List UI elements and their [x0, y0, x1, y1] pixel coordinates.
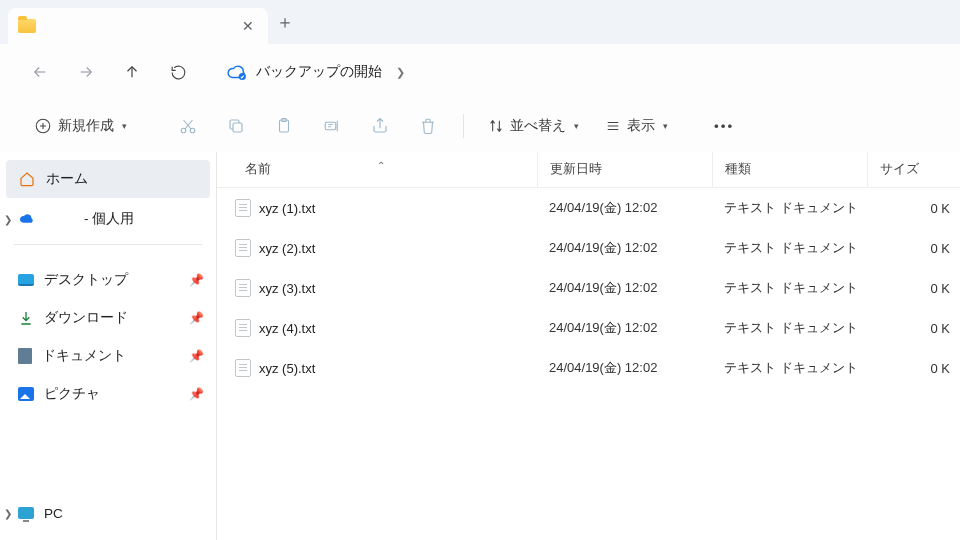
address-bar[interactable]: バックアップの開始 ❯ [216, 54, 952, 90]
col-size[interactable]: サイズ [867, 152, 960, 187]
table-row[interactable]: xyz (3).txt24/04/19(金) 12:02テキスト ドキュメント0… [217, 268, 960, 308]
file-name: xyz (4).txt [259, 321, 315, 336]
onedrive-name [46, 210, 74, 228]
delete-button[interactable] [407, 108, 449, 144]
forward-button[interactable] [72, 58, 100, 86]
table-row[interactable]: xyz (2).txt24/04/19(金) 12:02テキスト ドキュメント0… [217, 228, 960, 268]
divider [14, 244, 202, 245]
file-list-pane: 名前 ⌃ 更新日時 種類 サイズ xyz (1).txt24/04/19(金) … [217, 152, 960, 540]
chevron-down-icon: ▾ [574, 121, 579, 131]
close-icon[interactable]: ✕ [242, 18, 254, 34]
chevron-down-icon: ▾ [122, 121, 127, 131]
file-name: xyz (3).txt [259, 281, 315, 296]
table-row[interactable]: xyz (5).txt24/04/19(金) 12:02テキスト ドキュメント0… [217, 348, 960, 388]
cut-button[interactable] [167, 108, 209, 144]
back-button[interactable] [26, 58, 54, 86]
pin-icon[interactable]: 📌 [189, 349, 204, 363]
file-date: 24/04/19(金) 12:02 [537, 199, 712, 217]
sidebar-item-onedrive[interactable]: ❯ - 個人用 [0, 200, 216, 238]
text-file-icon [235, 279, 251, 297]
table-row[interactable]: xyz (1).txt24/04/19(金) 12:02テキスト ドキュメント0… [217, 188, 960, 228]
cloud-icon [18, 213, 36, 225]
sidebar-item-pictures[interactable]: ピクチャ 📌 [0, 375, 216, 413]
chevron-right-icon[interactable]: ❯ [396, 66, 405, 79]
up-button[interactable] [118, 58, 146, 86]
sidebar-label: ホーム [46, 170, 88, 188]
file-date: 24/04/19(金) 12:02 [537, 239, 712, 257]
file-name: xyz (2).txt [259, 241, 315, 256]
file-size: 0 K [867, 321, 960, 336]
breadcrumb-backup[interactable]: バックアップの開始 [256, 63, 382, 81]
paste-button[interactable] [263, 108, 305, 144]
sort-label: 並べ替え [510, 117, 566, 135]
nav-bar: バックアップの開始 ❯ [0, 44, 960, 100]
table-row[interactable]: xyz (4).txt24/04/19(金) 12:02テキスト ドキュメント0… [217, 308, 960, 348]
pin-icon[interactable]: 📌 [189, 387, 204, 401]
sidebar-item-desktop[interactable]: デスクトップ 📌 [0, 261, 216, 299]
text-file-icon [235, 239, 251, 257]
tab-current[interactable]: ✕ [8, 8, 268, 44]
text-file-icon [235, 359, 251, 377]
sort-indicator-icon: ⌃ [377, 160, 385, 171]
onedrive-suffix: - 個人用 [84, 210, 134, 228]
home-icon [18, 171, 36, 187]
view-label: 表示 [627, 117, 655, 135]
file-type: テキスト ドキュメント [712, 359, 867, 377]
expand-icon[interactable]: ❯ [4, 214, 12, 225]
chevron-down-icon: ▾ [663, 121, 668, 131]
svg-rect-7 [325, 122, 336, 130]
document-icon [18, 348, 32, 364]
folder-icon [18, 19, 36, 33]
sidebar-label: デスクトップ [44, 271, 128, 289]
sidebar-label: ドキュメント [42, 347, 126, 365]
desktop-icon [18, 274, 34, 286]
rename-button[interactable] [311, 108, 353, 144]
breadcrumb-current[interactable] [419, 63, 461, 81]
view-button[interactable]: 表示 ▾ [595, 108, 678, 144]
refresh-button[interactable] [164, 58, 192, 86]
file-type: テキスト ドキュメント [712, 279, 867, 297]
new-tab-button[interactable]: ＋ [268, 10, 302, 34]
sidebar-item-home[interactable]: ホーム [6, 160, 210, 198]
more-button[interactable]: ••• [704, 108, 744, 144]
expand-icon[interactable]: ❯ [4, 508, 12, 519]
pin-icon[interactable]: 📌 [189, 311, 204, 325]
content-area: ホーム ❯ - 個人用 デスクトップ 📌 ダウンロード 📌 ドキュメント 📌 [0, 152, 960, 540]
file-date: 24/04/19(金) 12:02 [537, 319, 712, 337]
file-type: テキスト ドキュメント [712, 239, 867, 257]
text-file-icon [235, 319, 251, 337]
sort-button[interactable]: 並べ替え ▾ [478, 108, 589, 144]
pc-icon [18, 507, 34, 519]
col-type[interactable]: 種類 [712, 152, 867, 187]
file-name: xyz (5).txt [259, 361, 315, 376]
new-label: 新規作成 [58, 117, 114, 135]
file-type: テキスト ドキュメント [712, 199, 867, 217]
file-type: テキスト ドキュメント [712, 319, 867, 337]
col-date[interactable]: 更新日時 [537, 152, 712, 187]
file-size: 0 K [867, 361, 960, 376]
sidebar-label: ダウンロード [44, 309, 128, 327]
sidebar-item-pc[interactable]: ❯ PC [0, 494, 216, 532]
file-date: 24/04/19(金) 12:02 [537, 359, 712, 377]
file-date: 24/04/19(金) 12:02 [537, 279, 712, 297]
col-name-label: 名前 [245, 162, 271, 176]
sidebar-item-documents[interactable]: ドキュメント 📌 [0, 337, 216, 375]
new-button[interactable]: 新規作成 ▾ [24, 108, 137, 144]
file-size: 0 K [867, 201, 960, 216]
separator [463, 114, 464, 138]
sidebar-label: PC [44, 506, 63, 521]
file-rows: xyz (1).txt24/04/19(金) 12:02テキスト ドキュメント0… [217, 188, 960, 388]
column-headers: 名前 ⌃ 更新日時 種類 サイズ [217, 152, 960, 188]
download-icon [18, 310, 34, 326]
file-name: xyz (1).txt [259, 201, 315, 216]
pictures-icon [18, 387, 34, 401]
share-button[interactable] [359, 108, 401, 144]
file-size: 0 K [867, 241, 960, 256]
sidebar-item-downloads[interactable]: ダウンロード 📌 [0, 299, 216, 337]
cloud-sync-icon [226, 65, 246, 79]
pin-icon[interactable]: 📌 [189, 273, 204, 287]
col-name[interactable]: 名前 ⌃ [217, 161, 537, 178]
copy-button[interactable] [215, 108, 257, 144]
title-bar: ✕ ＋ [0, 0, 960, 44]
svg-rect-4 [233, 123, 242, 132]
